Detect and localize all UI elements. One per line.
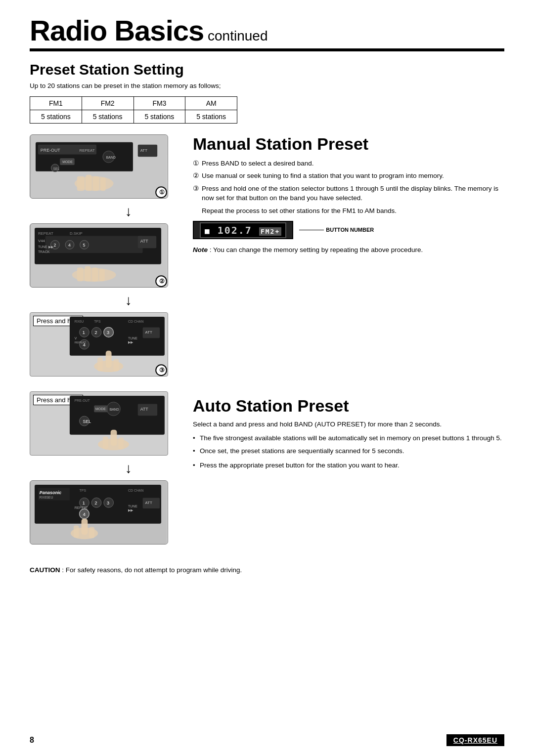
caution-body: For safety reasons, do not attempt to pr… [66,566,242,574]
device-image-2: REPEAT D.SKIP 2 4 5 V44 TUNE ▶▶ TRACK AT… [30,223,168,288]
preset-station-section: Preset Station Setting Up to 20 stations… [30,61,504,124]
svg-text:▶▶: ▶▶ [128,340,134,344]
svg-text:REPEAT: REPEAT [75,506,89,509]
svg-text:TUNE: TUNE [128,336,137,340]
device-image-4: Press and hold PRE-OUT BAND MODE SEL ATT [30,391,168,456]
auto-bullet-3: Press the appropriate preset button for … [193,461,504,470]
model-badge: CQ-RX65EU [446,734,504,746]
caution-text: CAUTION : For safety reasons, do not att… [30,565,504,575]
title-main: Radio Basics [30,14,204,46]
svg-rect-63 [106,351,112,368]
svg-text:ATT: ATT [140,148,147,153]
step-3-text: Press and hold one of the station select… [202,185,498,202]
svg-text:BAND: BAND [106,156,116,159]
svg-rect-82 [118,437,124,449]
table-cell-am-stations: 5 stations [185,110,237,123]
svg-rect-17 [100,177,106,191]
step-2: ② Use manual or seek tuning to find a st… [193,171,504,181]
display-box: ■ 102.7 FM2+ [193,221,293,239]
title-divider [30,48,504,51]
svg-text:MODE: MODE [95,407,106,411]
table-cell-fm1-stations: 5 stations [30,110,82,123]
device-image-3: Press and hold RX6U TPS CD CHAN 1 2 3 4 … [30,312,168,377]
table-header-fm3: FM3 [134,96,185,110]
page-number: 8 [30,736,34,745]
table-cell-fm3-stations: 5 stations [134,110,185,123]
svg-rect-16 [93,176,99,191]
svg-rect-24 [45,236,143,252]
step-2-num: ② [193,171,199,181]
svg-rect-80 [111,430,117,446]
svg-rect-15 [86,175,91,191]
arrow-down-1: ↓ [79,205,178,218]
table-cell-fm2-stations: 5 stations [82,110,134,123]
svg-text:1: 1 [83,500,85,505]
svg-text:PRE-OUT: PRE-OUT [41,148,60,153]
arrow-down-2: ↓ [79,294,178,307]
table-data-row: 5 stations 5 stations 5 stations 5 stati… [30,110,237,123]
arrow-down-3: ↓ [79,462,178,475]
svg-text:V44: V44 [38,239,45,243]
svg-rect-39 [92,267,98,281]
svg-rect-65 [114,359,119,371]
note-text: Note : You can change the memory setting… [193,245,504,255]
svg-text:CD CHAN: CD CHAN [128,488,143,492]
svg-text:TUNE: TUNE [128,504,137,508]
main-two-col: PRE-OUT REPEAT BAND MODE SEL ATT ① ↓ [30,134,504,382]
auto-bullet-list: The five strongest available stations wi… [193,433,504,457]
svg-text:▶▶: ▶▶ [128,508,134,512]
table-header-am: AM [185,96,237,110]
table-header-fm2: FM2 [82,96,134,110]
svg-text:RX6SEU: RX6SEU [40,496,53,499]
svg-text:2: 2 [53,243,56,248]
svg-text:PRE-OUT: PRE-OUT [75,398,90,402]
display-box-wrap: ■ 102.7 FM2+ BUTTON NUMBER [193,221,504,239]
svg-text:TRACK: TRACK [38,250,50,253]
device-image-5: Panasonic RX6SEU TPS CD CHAN 1 2 3 4 REP… [30,480,168,545]
svg-text:REPEAT: REPEAT [75,341,87,344]
svg-rect-14 [77,176,85,191]
auto-bullet-list-2: Press the appropriate preset button for … [193,461,504,470]
svg-text:3: 3 [107,500,110,505]
step-3-num: ③ [193,184,199,194]
preset-section-heading: Preset Station Setting [30,61,504,78]
svg-rect-81 [103,436,108,449]
svg-text:REPEAT: REPEAT [80,148,95,153]
svg-rect-64 [97,357,103,371]
caution-colon: : [62,566,66,574]
step-1-text: Press BAND to select a desired band. [202,160,314,167]
auto-two-col: Press and hold PRE-OUT BAND MODE SEL ATT [30,391,504,550]
note-body: You can change the memory setting by rep… [213,246,423,253]
svg-text:Panasonic: Panasonic [40,490,61,495]
svg-rect-105 [74,525,79,538]
button-number-line: BUTTON NUMBER [299,227,374,233]
svg-text:①: ① [159,189,165,196]
title-suffix: continued [204,28,267,43]
auto-station-section: Auto Station Preset Select a band and pr… [193,396,504,550]
svg-text:②: ② [159,278,165,285]
svg-text:MODE: MODE [62,160,73,164]
page-footer: 8 CQ-RX65EU [0,734,534,746]
page-title: Radio Basics continued [30,15,504,46]
svg-text:5: 5 [83,243,86,248]
svg-rect-37 [77,267,84,281]
svg-text:2: 2 [94,330,97,335]
auto-intro: Select a band and press and hold BAND (A… [193,420,504,429]
svg-rect-106 [89,527,94,538]
svg-text:RX6U: RX6U [75,319,84,323]
display-value: ■ 102.7 FM2+ [200,224,286,236]
svg-text:ATT: ATT [140,239,149,244]
right-column: Manual Station Preset ① Press BAND to se… [193,134,504,382]
svg-text:1: 1 [83,330,85,335]
note-content: : [210,246,213,253]
svg-text:V: V [75,336,77,340]
step-repeat-text: Repeat the process to set other stations… [202,207,397,214]
left-column-images: PRE-OUT REPEAT BAND MODE SEL ATT ① ↓ [30,134,178,382]
step-1-num: ① [193,159,199,168]
table-header-row: FM1 FM2 FM3 AM [30,96,237,110]
svg-text:CD CHAN: CD CHAN [128,319,143,323]
manual-heading: Manual Station Preset [193,134,504,154]
preset-table: FM1 FM2 FM3 AM 5 stations 5 stations 5 s… [30,96,237,124]
table-header-fm1: FM1 [30,96,82,110]
left-col-auto: Press and hold PRE-OUT BAND MODE SEL ATT [30,391,178,550]
